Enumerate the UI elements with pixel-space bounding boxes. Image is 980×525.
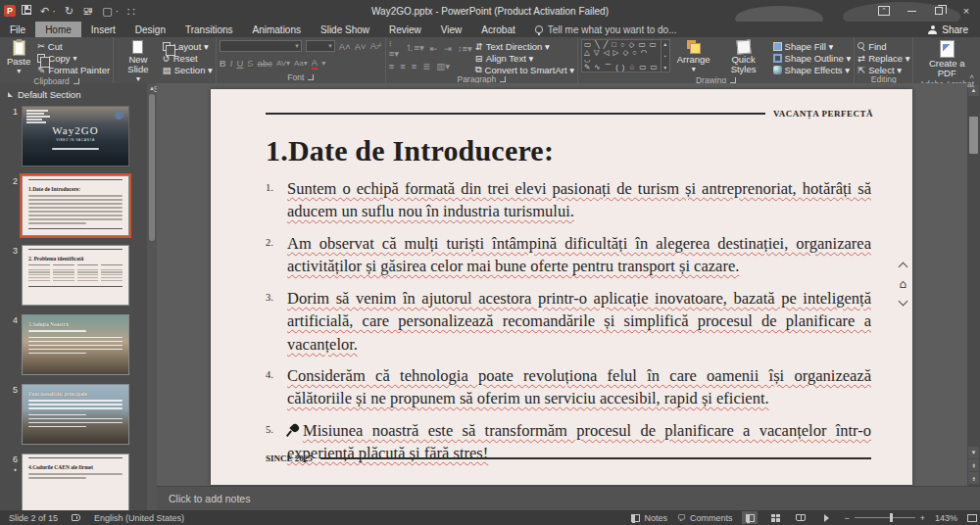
slide-sorter-view-button[interactable] [767,511,783,524]
text-shadow-button[interactable]: S [247,58,253,69]
customize-qat-icon[interactable]: ⸬ [127,5,134,18]
collapse-ribbon-icon[interactable]: ˄ [969,72,974,81]
tab-animations[interactable]: Animations [243,22,311,37]
zoom-in-icon[interactable]: + [920,513,925,523]
select-button[interactable]: ⇱ Select ▾ [858,65,909,74]
clipboard-dialog-launcher[interactable] [74,78,79,84]
shapes-gallery-scrollbar[interactable]: ▲▪▼ [661,40,669,72]
bold-button[interactable]: B [220,58,226,69]
arrange-button[interactable]: Arrange▾ [673,39,714,74]
convert-smartart-button[interactable]: ⧉ Convert to SmartArt ▾ [475,65,574,74]
align-center-button[interactable]: ≡ [400,61,406,72]
scrollbar-thumb[interactable] [149,94,155,241]
normal-view-button[interactable] [742,511,758,524]
reading-view-button[interactable] [793,511,808,524]
align-left-button[interactable]: ≡ [389,61,395,72]
zoom-slider-thumb[interactable] [890,513,893,522]
font-dialog-launcher[interactable] [308,74,314,80]
tell-me-search[interactable]: Tell me what you want to do... [525,22,687,37]
tab-slide-show[interactable]: Slide Show [311,22,379,37]
language-indicator[interactable]: English (United States) [94,513,184,523]
strikethrough-button[interactable]: abc [258,58,272,69]
change-case-button[interactable]: Aa▾ [294,59,308,68]
notes-toggle-button[interactable]: Notes [631,513,667,523]
align-text-button[interactable]: ⊟ Align Text ▾ [475,53,574,63]
slide-thumbnail-5[interactable]: 5 Funcționalități principale [6,384,147,445]
save-icon[interactable] [22,5,31,17]
font-color-button[interactable]: A [312,57,318,70]
italic-button[interactable]: I [230,58,233,69]
slide-thumbnail-4[interactable]: 4 3.Soluția Noastră [6,314,147,375]
tab-design[interactable]: Design [125,22,175,37]
start-slideshow-icon[interactable]: 🖳 [82,5,93,17]
find-button[interactable]: Find [858,41,909,51]
decrease-font-icon[interactable]: A˅ [355,41,367,52]
underline-button[interactable]: U [236,58,243,69]
font-name-select[interactable]: ▾ [220,40,302,52]
tab-insert[interactable]: Insert [81,22,125,37]
undo-icon[interactable]: ↶ · [40,5,56,18]
touch-mode-icon[interactable]: ▢ · [102,5,119,18]
tab-transitions[interactable]: Transitions [175,22,243,37]
close-button[interactable]: × [953,0,980,22]
copy-button[interactable]: Copy▾ [37,53,110,63]
numbering-button[interactable]: ⒈≡▾ [405,42,424,55]
zoom-level[interactable]: 143% [935,513,957,523]
align-right-button[interactable]: ≡ [412,61,417,72]
scroll-down-icon[interactable]: ▼ [968,447,979,458]
notes-pane[interactable]: Click to add notes [157,486,980,510]
scrollbar-thumb[interactable] [969,117,978,154]
chevron-up-icon[interactable] [898,262,907,272]
slide-thumbnail-2-selected[interactable]: 2 1.Date de Introducere: [6,175,147,236]
font-size-select[interactable]: ▾ [306,40,335,52]
text-direction-button[interactable]: ⇵ Text Direction ▾ [475,41,574,51]
tab-file[interactable]: File [0,22,35,37]
zoom-out-icon[interactable]: − [844,513,849,523]
zoom-slider[interactable]: − + [844,513,925,523]
minimize-button[interactable] [898,0,925,22]
proofing-icon[interactable] [72,514,80,521]
shape-effects-button[interactable]: Shape Effects ▾ [773,65,852,74]
ribbon-display-options-button[interactable]: ⌃ [870,0,898,22]
restore-button[interactable] [925,0,953,22]
columns-button[interactable]: ▥▾ [436,61,450,72]
fit-slide-to-window-icon[interactable] [967,514,977,522]
tab-review[interactable]: Review [379,22,431,37]
shapes-row[interactable]: △ ▽ ◁ ▷ ◇ ○ ◠ ◡ [584,49,659,64]
section-button[interactable]: ▤ Section ▾ [163,65,213,74]
new-slide-button[interactable]: New Slide▾ [117,39,160,84]
slide-thumbnail-1[interactable]: 1 Way2GO VIBEZ IN VACANTA [6,106,147,167]
tab-view[interactable]: View [431,22,472,37]
shape-fill-button[interactable]: Shape Fill ▾ [773,41,852,51]
shapes-gallery[interactable]: ▭ ╲ ╱ □ ○ ◇ ▭ ▭ △ ▽ ◁ ▷ ◇ ○ ◠ ◡ ✎ ∿ ⌒ ( … [581,39,670,72]
replace-button[interactable]: ⇄ Replace ▾ [858,53,909,63]
bullets-button[interactable]: ⁝≡▾ [389,37,399,59]
increase-font-icon[interactable]: A˄ [339,41,351,52]
tab-home[interactable]: Home [35,22,81,37]
slide-canvas[interactable]: VACANȚA PERFECTĂ 1.Date de Introducere: … [211,89,912,485]
slideshow-view-button[interactable] [818,511,834,524]
quick-styles-button[interactable]: Quick Styles [717,39,770,75]
create-pdf-button[interactable]: Create a PDF [916,39,977,79]
previous-slide-button[interactable]: ⇞ [968,459,979,471]
decrease-indent-button[interactable]: ⇤ [430,43,438,54]
shapes-row[interactable]: ✎ ∿ ⌒ ( ) ☆ ▭ ▭ [584,64,659,72]
next-slide-button[interactable]: ⇟ [968,472,979,484]
home-icon[interactable]: ⌂ [899,279,906,289]
slide-thumbnail-3[interactable]: 3 2. Problema identificată [6,245,147,306]
share-button[interactable]: Share [916,22,980,37]
comments-toggle-button[interactable]: 🗩 Comments [677,513,733,523]
redo-icon[interactable]: ↻ [65,5,74,18]
shape-outline-button[interactable]: Shape Outline ▾ [773,53,852,63]
slide-thumbnail-6[interactable]: 6✦ 4.Codurile CAEN ale firmei [6,453,147,510]
paste-button[interactable]: Paste▾ [3,39,34,76]
vertical-scrollbar[interactable]: ▲ ▼ ⇞ ⇟ [967,83,980,486]
justify-button[interactable]: ≣ [422,61,430,72]
clear-formatting-icon[interactable]: A⌿ [370,40,382,52]
thumbnail-panel-scrollbar[interactable]: ▲ [147,83,157,510]
layout-button[interactable]: Layout ▾ [163,41,213,51]
slide-title[interactable]: 1.Date de Introducere: [266,134,873,167]
cut-button[interactable]: ✂ Cut [37,41,110,51]
character-spacing-button[interactable]: AV▾ [276,59,290,68]
paragraph-dialog-launcher[interactable] [500,76,506,82]
